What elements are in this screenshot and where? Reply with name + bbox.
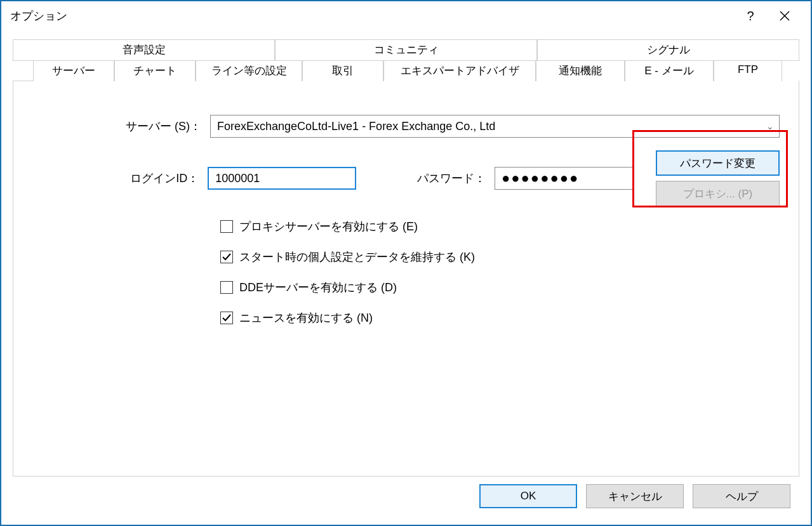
checkbox-label: プロキシサーバーを有効にする (E)	[239, 219, 418, 234]
server-select[interactable]: ForexExchangeCoLtd-Live1 - Forex Exchang…	[210, 115, 780, 138]
tab-expert-advisor[interactable]: エキスパートアドバイザ	[383, 60, 536, 81]
login-input[interactable]	[208, 167, 356, 190]
help-button[interactable]: ヘルプ	[693, 484, 790, 508]
tab-line-settings[interactable]: ライン等の設定	[196, 60, 302, 81]
server-value: ForexExchangeCoLtd-Live1 - Forex Exchang…	[217, 120, 495, 133]
tab-row-top: 音声設定 コミュニティ シグナル	[13, 39, 799, 61]
proxy-button: プロキシ... (P)	[656, 181, 780, 206]
ok-button[interactable]: OK	[479, 484, 577, 508]
server-label: サーバー (S)：	[32, 119, 210, 134]
tab-ftp[interactable]: FTP	[714, 60, 782, 81]
tab-email[interactable]: E - メール	[625, 60, 714, 81]
login-row: ログインID： パスワード： パスワード変更 プロキシ... (P)	[32, 150, 780, 206]
help-icon[interactable]: ?	[733, 1, 768, 30]
tab-community[interactable]: コミュニティ	[275, 39, 537, 61]
cancel-button[interactable]: キャンセル	[586, 484, 684, 508]
chevron-down-icon: ⌄	[766, 121, 774, 131]
change-password-button[interactable]: パスワード変更	[656, 150, 780, 176]
tab-signal[interactable]: シグナル	[537, 39, 799, 61]
checkbox-label: スタート時の個人設定とデータを維持する (K)	[239, 249, 475, 265]
checkbox-dde-enable[interactable]: DDEサーバーを有効にする (D)	[220, 280, 780, 295]
options-dialog: オプション ? 音声設定 コミュニティ シグナル サーバー チャート ライン等の…	[0, 0, 812, 526]
checkbox-icon	[220, 220, 233, 233]
checkbox-checked-icon	[220, 312, 233, 324]
close-icon[interactable]	[768, 1, 802, 30]
tab-notification[interactable]: 通知機能	[536, 60, 625, 81]
tab-server[interactable]: サーバー	[33, 60, 114, 81]
checkbox-proxy-enable[interactable]: プロキシサーバーを有効にする (E)	[220, 219, 780, 234]
checkbox-keep-settings[interactable]: スタート時の個人設定とデータを維持する (K)	[220, 249, 780, 265]
window-title: オプション	[10, 8, 733, 23]
tab-chart[interactable]: チャート	[114, 60, 196, 81]
dialog-footer: OK キャンセル ヘルプ	[13, 477, 799, 518]
checkbox-label: ニュースを有効にする (N)	[239, 310, 373, 325]
checkbox-label: DDEサーバーを有効にする (D)	[239, 280, 397, 295]
checkbox-news-enable[interactable]: ニュースを有効にする (N)	[220, 310, 780, 325]
tab-row-bottom: サーバー チャート ライン等の設定 取引 エキスパートアドバイザ 通知機能 E …	[13, 60, 799, 81]
tab-sound[interactable]: 音声設定	[13, 39, 275, 61]
password-label: パスワード：	[394, 171, 495, 186]
server-row: サーバー (S)： ForexExchangeCoLtd-Live1 - For…	[32, 115, 780, 138]
password-input[interactable]	[495, 167, 634, 190]
tab-panel-server: サーバー (S)： ForexExchangeCoLtd-Live1 - For…	[13, 81, 799, 477]
right-button-column: パスワード変更 プロキシ... (P)	[656, 150, 780, 206]
tab-trade[interactable]: 取引	[302, 60, 383, 81]
dialog-body: 音声設定 コミュニティ シグナル サーバー チャート ライン等の設定 取引 エキ…	[1, 30, 811, 525]
tabs-container: 音声設定 コミュニティ シグナル サーバー チャート ライン等の設定 取引 エキ…	[13, 39, 799, 477]
titlebar: オプション ?	[1, 1, 811, 30]
checkbox-icon	[220, 281, 233, 294]
login-label: ログインID：	[32, 171, 208, 186]
checkbox-checked-icon	[220, 251, 233, 263]
